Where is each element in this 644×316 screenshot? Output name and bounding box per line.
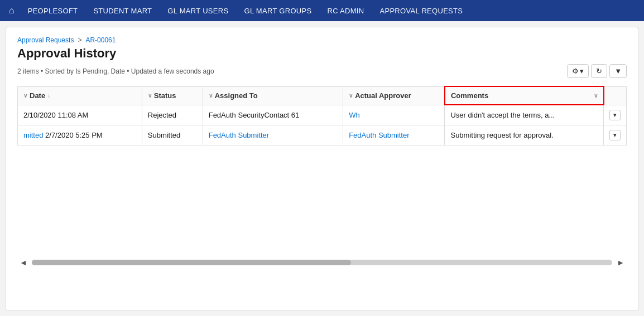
nav-item-peoplesoft[interactable]: PEOPLESOFT (21, 0, 85, 21)
scroll-area: ◄ ► (17, 145, 627, 268)
cell-expand-2[interactable]: ▾ (604, 125, 627, 145)
cell-expand-1[interactable]: ▾ (604, 105, 627, 125)
nav-item-gl-mart-groups[interactable]: GL MART GROUPS (237, 0, 318, 21)
refresh-button[interactable]: ↻ (591, 64, 607, 78)
cell-comments-1: User didn't accept the terms, a... (445, 105, 604, 125)
settings-button[interactable]: ⚙ ▾ (567, 64, 589, 78)
gear-icon: ⚙ (572, 67, 579, 75)
status-text: 2 items • Sorted by Is Pending, Date • U… (17, 67, 214, 75)
breadcrumb-parent-link[interactable]: Approval Requests (17, 36, 74, 44)
chevron-down-icon-comments: ∨ (594, 93, 598, 99)
settings-dropdown-icon: ▾ (580, 67, 584, 75)
sort-icon-date: ↓ (47, 93, 50, 99)
col-header-comments[interactable]: Comments ∨ (445, 86, 604, 105)
col-label-date: Date (30, 91, 45, 100)
partial-left-text: mitted (23, 131, 43, 139)
nav-item-gl-mart-users[interactable]: GL MART USERS (161, 0, 235, 21)
nav-item-approval-requests[interactable]: APPROVAL REQUESTS (373, 0, 469, 21)
cell-actual-approver-1[interactable]: Wh (343, 105, 445, 125)
cell-comments-2: Submitting request for approval. (445, 125, 604, 145)
scrollbar-thumb[interactable] (32, 260, 351, 265)
filter-button[interactable]: ▼ (609, 64, 627, 78)
col-label-status: Status (154, 91, 176, 100)
nav-item-rc-admin[interactable]: RC ADMIN (320, 0, 371, 21)
cell-date-2: mitted 2/7/2020 5:25 PM (18, 125, 142, 145)
cell-assigned-to-1: FedAuth SecurityContact 61 (203, 105, 343, 125)
cell-status-2: Submitted (142, 125, 203, 145)
filter-icon: ▼ (614, 67, 622, 75)
col-label-assigned-to: Assigned To (215, 91, 258, 100)
col-label-comments: Comments (451, 91, 488, 100)
breadcrumb-separator: > (78, 36, 82, 44)
table-row: mitted 2/7/2020 5:25 PM Submitted FedAut… (18, 125, 627, 145)
col-header-actual-approver[interactable]: ∨ Actual Approver (343, 86, 445, 105)
breadcrumb-current[interactable]: AR-00061 (85, 36, 116, 44)
scroll-left-arrow[interactable]: ◄ (17, 257, 30, 268)
refresh-icon: ↻ (596, 67, 602, 75)
assigned-link-2[interactable]: FedAuth Submitter (209, 131, 269, 139)
approver-link-1[interactable]: Wh (349, 111, 360, 119)
col-header-actions (604, 86, 627, 105)
chevron-down-icon-assigned: ∨ (209, 93, 213, 99)
approver-link-2[interactable]: FedAuth Submitter (349, 131, 409, 139)
cell-date-1: 2/10/2020 11:08 AM (18, 105, 142, 125)
cell-actual-approver-2[interactable]: FedAuth Submitter (343, 125, 445, 145)
col-header-status[interactable]: ∨ Status (142, 86, 203, 105)
col-header-assigned-to[interactable]: ∨ Assigned To (203, 86, 343, 105)
col-label-actual-approver: Actual Approver (355, 91, 411, 100)
cell-assigned-to-2[interactable]: FedAuth Submitter (203, 125, 343, 145)
toolbar-buttons: ⚙ ▾ ↻ ▼ (567, 64, 627, 78)
breadcrumb: Approval Requests > AR-00061 (17, 36, 627, 44)
table-header-row: ∨ Date ↓ ∨ Status ∨ Assigned To (18, 86, 627, 105)
main-content: Approval Requests > AR-00061 Approval Hi… (6, 27, 638, 311)
chevron-down-icon: ∨ (23, 93, 27, 99)
approval-history-table: ∨ Date ↓ ∨ Status ∨ Assigned To (17, 86, 627, 145)
top-navigation: ⌂ PEOPLESOFT STUDENT MART GL MART USERS … (0, 0, 644, 21)
cell-status-1: Rejected (142, 105, 203, 125)
home-icon[interactable]: ⌂ (4, 3, 19, 18)
scroll-right-arrow[interactable]: ► (614, 257, 627, 268)
page-title: Approval History (17, 46, 627, 61)
row-expand-button-1[interactable]: ▾ (609, 110, 621, 120)
chevron-down-icon-status: ∨ (148, 93, 152, 99)
chevron-down-icon-approver: ∨ (349, 93, 353, 99)
col-header-date[interactable]: ∨ Date ↓ (18, 86, 142, 105)
status-bar: 2 items • Sorted by Is Pending, Date • U… (17, 64, 627, 78)
cell-date-2-value: 2/7/2020 5:25 PM (45, 131, 103, 139)
nav-item-student-mart[interactable]: STUDENT MART (86, 0, 158, 21)
table-row: 2/10/2020 11:08 AM Rejected FedAuth Secu… (18, 105, 627, 125)
row-expand-button-2[interactable]: ▾ (609, 130, 621, 140)
